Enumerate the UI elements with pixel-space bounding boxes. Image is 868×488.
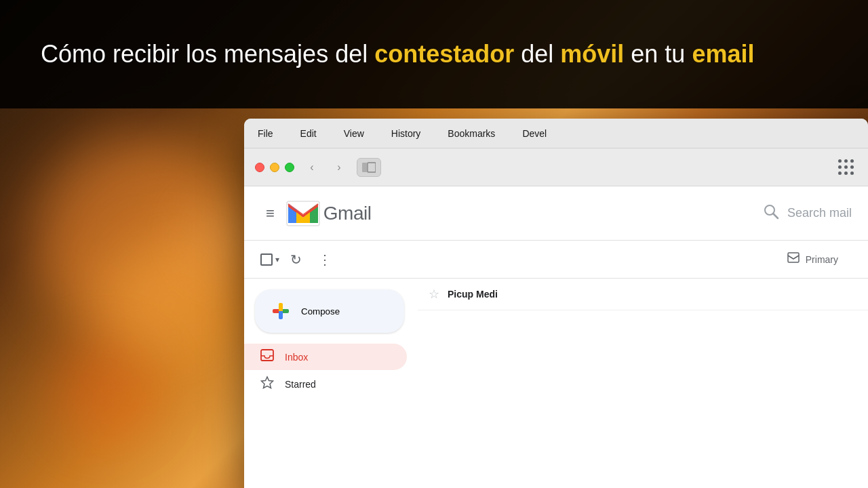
svg-rect-6 bbox=[261, 350, 273, 361]
svg-rect-5 bbox=[788, 253, 799, 262]
svg-rect-1 bbox=[368, 163, 376, 172]
banner-highlight2: móvil bbox=[560, 40, 624, 68]
compose-label: Compose bbox=[301, 306, 340, 317]
email-list: ☆ Picup Medi bbox=[418, 279, 868, 488]
menu-edit[interactable]: Edit bbox=[300, 128, 317, 139]
top-banner: Cómo recibir los mensajes del contestado… bbox=[0, 0, 868, 108]
svg-line-4 bbox=[773, 214, 778, 218]
primary-tab-label: Primary bbox=[806, 254, 838, 265]
refresh-button[interactable]: ↻ bbox=[285, 246, 307, 273]
grid-apps-button[interactable] bbox=[835, 157, 857, 178]
menu-devel[interactable]: Devel bbox=[522, 128, 547, 139]
minimize-button[interactable] bbox=[270, 163, 279, 172]
close-button[interactable] bbox=[255, 163, 264, 172]
gmail-header: ≡ Gmail bbox=[244, 186, 868, 241]
table-row[interactable]: ☆ Picup Medi bbox=[418, 279, 868, 310]
svg-marker-7 bbox=[262, 377, 273, 388]
compose-button[interactable]: Compose bbox=[255, 289, 404, 333]
gmail-body: Compose Inbox bbox=[244, 279, 868, 488]
search-icon bbox=[763, 203, 779, 224]
mac-menubar: File Edit View History Bookmarks Devel bbox=[244, 119, 868, 148]
forward-button[interactable]: › bbox=[330, 158, 349, 177]
back-button[interactable]: ‹ bbox=[302, 158, 321, 177]
gmail-logo: Gmail bbox=[285, 200, 372, 227]
compose-plus-icon bbox=[271, 302, 290, 321]
gmail-menu-button[interactable]: ≡ bbox=[260, 199, 280, 228]
inbox-icon bbox=[260, 349, 274, 365]
maximize-button[interactable] bbox=[285, 163, 294, 172]
gmail-wordmark: Gmail bbox=[323, 203, 372, 224]
browser-window: File Edit View History Bookmarks Devel ‹… bbox=[244, 119, 868, 488]
gmail-m-logo bbox=[285, 200, 321, 227]
browser-chrome: ‹ › bbox=[244, 148, 868, 186]
banner-highlight3: email bbox=[692, 40, 754, 68]
gmail-search-area: Search mail bbox=[763, 203, 852, 224]
primary-tab[interactable]: Primary bbox=[778, 245, 846, 273]
primary-tab-icon bbox=[787, 251, 800, 268]
sidebar-toggle-icon bbox=[362, 162, 376, 173]
gmail-toolbar: ▾ ↻ ⋮ Primary bbox=[244, 241, 868, 279]
email-star-icon[interactable]: ☆ bbox=[429, 287, 439, 302]
more-options-button[interactable]: ⋮ bbox=[313, 246, 338, 273]
grid-dots-icon bbox=[838, 159, 854, 176]
banner-mid1: del bbox=[514, 40, 560, 68]
search-mail-placeholder[interactable]: Search mail bbox=[787, 206, 852, 220]
sidebar-item-inbox[interactable]: Inbox bbox=[244, 344, 407, 370]
email-sender: Picup Medi bbox=[448, 289, 542, 300]
traffic-lights bbox=[255, 163, 294, 172]
select-all-checkbox[interactable] bbox=[260, 253, 273, 266]
banner-mid2: en tu bbox=[624, 40, 692, 68]
menu-file[interactable]: File bbox=[258, 128, 273, 139]
gmail-content: ≡ Gmail bbox=[244, 186, 868, 488]
svg-rect-0 bbox=[362, 163, 367, 172]
starred-icon bbox=[260, 375, 274, 392]
menu-bookmarks[interactable]: Bookmarks bbox=[448, 128, 495, 139]
banner-prefix: Cómo recibir los mensajes del bbox=[41, 40, 374, 68]
sidebar-toggle-button[interactable] bbox=[357, 158, 381, 177]
starred-label: Starred bbox=[285, 379, 316, 390]
inbox-label: Inbox bbox=[285, 352, 308, 363]
gmail-tabs: Primary bbox=[778, 245, 852, 273]
sidebar-item-starred[interactable]: Starred bbox=[244, 370, 407, 398]
menu-history[interactable]: History bbox=[391, 128, 421, 139]
menu-view[interactable]: View bbox=[344, 128, 364, 139]
banner-text: Cómo recibir los mensajes del contestado… bbox=[41, 39, 754, 70]
banner-highlight1: contestador bbox=[374, 40, 514, 68]
gmail-sidebar: Compose Inbox bbox=[244, 279, 418, 488]
select-dropdown-chevron[interactable]: ▾ bbox=[275, 255, 279, 264]
